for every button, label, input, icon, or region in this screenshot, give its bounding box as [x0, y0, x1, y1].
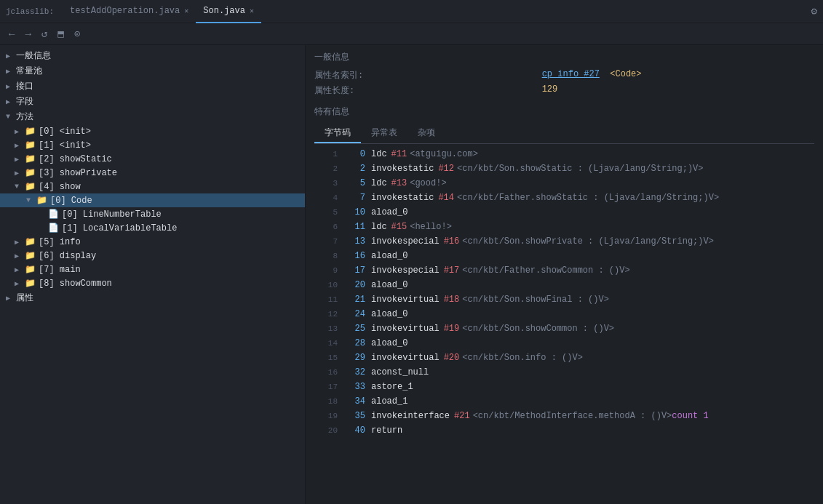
arrow-icon: ▶ — [15, 238, 22, 247]
arrow-icon: ▶ — [15, 252, 22, 260]
sidebar-item-localvariabletable[interactable]: 📄 [1] LocalVariableTable — [0, 221, 305, 235]
cp-ref[interactable]: #16 — [444, 235, 460, 248]
tab-son[interactable]: Son.java ✕ — [196, 0, 261, 23]
arrow-icon: ▶ — [15, 127, 22, 136]
table-row: 510aload_0 — [314, 205, 814, 220]
sidebar-item-code[interactable]: ▼ 📁 [0] Code — [0, 193, 305, 207]
cp-ref[interactable]: #19 — [444, 322, 460, 335]
forward-button[interactable]: → — [22, 27, 33, 41]
cp-ref[interactable]: #11 — [391, 148, 407, 161]
close-tab-active-icon[interactable]: ✕ — [250, 7, 254, 15]
back-button[interactable]: ← — [6, 27, 17, 41]
folder-icon: 📁 — [25, 278, 36, 289]
tab-misc[interactable]: 杂项 — [407, 124, 445, 143]
arrow-icon: ▶ — [15, 265, 22, 274]
cp-ref[interactable]: #13 — [391, 177, 407, 190]
arrow-icon: ▶ — [6, 52, 13, 60]
table-row: 1733astore_1 — [314, 380, 814, 394]
section1-title: 一般信息 — [314, 51, 814, 63]
sidebar-item-fields[interactable]: ▶ 字段 — [0, 94, 305, 109]
settings-icon[interactable]: ⚙ — [811, 5, 817, 17]
cp-info-link[interactable]: cp_info #27 — [542, 69, 600, 79]
sidebar-item-methods[interactable]: ▼ 方法 — [0, 109, 305, 124]
op-name: invokespecial — [371, 264, 440, 277]
table-row: 1121invokevirtual#18<cn/kbt/Son.showFina… — [314, 292, 814, 307]
line-offset: 16 — [343, 249, 365, 263]
line-number: 11 — [317, 293, 338, 306]
arrow-icon: ▶ — [6, 294, 13, 303]
sidebar-item-showCommon[interactable]: ▶ 📁 [8] showCommon — [0, 276, 305, 290]
arrow-icon: ▶ — [15, 169, 22, 177]
op-count: count 1 — [672, 409, 708, 423]
op-name: aload_0 — [371, 337, 407, 350]
line-number: 12 — [317, 308, 338, 321]
cp-ref[interactable]: #12 — [438, 162, 454, 175]
line-number: 16 — [317, 366, 338, 379]
op-name: invokeinterface — [371, 409, 450, 423]
sidebar-item-method-0-init[interactable]: ▶ 📁 [0] <init> — [0, 124, 305, 138]
cp-ref[interactable]: #17 — [444, 264, 460, 277]
cp-ref[interactable]: #14 — [438, 191, 454, 204]
line-number: 1 — [317, 148, 338, 161]
refresh-button[interactable]: ↺ — [39, 26, 50, 41]
table-row: 1632aconst_null — [314, 365, 814, 380]
op-name: aconst_null — [371, 366, 429, 379]
sidebar-item-show[interactable]: ▼ 📁 [4] show — [0, 180, 305, 193]
sidebar-item-showPrivate[interactable]: ▶ 📁 [3] showPrivate — [0, 166, 305, 180]
arrow-icon: ▶ — [15, 141, 22, 150]
close-tab-icon[interactable]: ✕ — [184, 7, 188, 15]
table-row: 22invokestatic#12<cn/kbt/Son.showStatic … — [314, 161, 814, 176]
line-number: 5 — [317, 206, 338, 219]
line-offset: 33 — [343, 380, 365, 393]
sidebar-item-general[interactable]: ▶ 一般信息 — [0, 48, 305, 63]
sidebar-item-info[interactable]: ▶ 📁 [5] info — [0, 235, 305, 249]
folder-icon: 📁 — [25, 264, 36, 275]
folder-icon: 📁 — [25, 153, 36, 164]
sidebar-item-linenumbertable[interactable]: 📄 [0] LineNumberTable — [0, 207, 305, 221]
sidebar-item-method-1-init[interactable]: ▶ 📁 [1] <init> — [0, 138, 305, 152]
cp-ref[interactable]: #18 — [444, 293, 460, 306]
browse-button[interactable]: ⊙ — [71, 26, 83, 41]
op-name: ldc — [371, 220, 387, 233]
table-row: 35ldc#13<good!> — [314, 176, 814, 191]
folder-icon: 📁 — [25, 250, 36, 261]
line-number: 18 — [317, 395, 338, 408]
line-number: 3 — [317, 177, 338, 190]
sidebar-item-constants[interactable]: ▶ 常量池 — [0, 63, 305, 79]
sidebar-item-attributes[interactable]: ▶ 属性 — [0, 290, 305, 305]
code-tabs: 字节码 异常表 杂项 — [314, 124, 814, 144]
op-name: invokevirtual — [371, 293, 440, 306]
arrow-icon: ▶ — [6, 97, 13, 106]
op-name: return — [371, 424, 402, 437]
tab-bytecode[interactable]: 字节码 — [314, 124, 361, 143]
cp-ref[interactable]: #21 — [454, 409, 470, 423]
sidebar-item-display[interactable]: ▶ 📁 [6] display — [0, 249, 305, 263]
right-panel: 一般信息 属性名索引: cp_info #27 <Code> 属性长度: 129… — [306, 45, 823, 504]
op-comment: <cn/kbt/Son.showCommon : ()V> — [462, 322, 614, 335]
sidebar-item-interface[interactable]: ▶ 接口 — [0, 79, 305, 94]
op-name: ldc — [371, 148, 387, 161]
op-comment: <hello!> — [410, 220, 452, 233]
table-row: 1529invokevirtual#20<cn/kbt/Son.info : (… — [314, 351, 814, 365]
line-number: 15 — [317, 351, 338, 364]
attr-name-label: 属性名索引: — [314, 69, 536, 81]
op-name: aload_1 — [371, 395, 407, 408]
table-row: 611ldc#15<hello!> — [314, 220, 814, 234]
app-title: jclasslib: — [6, 7, 54, 16]
main-content: ▶ 一般信息 ▶ 常量池 ▶ 接口 ▶ 字段 ▼ 方法 ▶ 📁 [0] <ini… — [0, 45, 823, 504]
line-offset: 0 — [343, 148, 365, 161]
tab-exceptions[interactable]: 异常表 — [361, 124, 407, 143]
op-comment: <cn/kbt/Son.showPrivate : (Ljava/lang/St… — [462, 235, 714, 248]
sidebar-item-showStatic[interactable]: ▶ 📁 [2] showStatic — [0, 152, 305, 166]
table-row: 713invokespecial#16<cn/kbt/Son.showPriva… — [314, 234, 814, 249]
save-button[interactable]: ⬒ — [55, 26, 66, 41]
doc-icon: 📄 — [48, 209, 59, 220]
tab-testAddOperation[interactable]: testAddOperation.java ✕ — [63, 0, 196, 23]
line-number: 17 — [317, 380, 338, 393]
cp-ref[interactable]: #20 — [444, 351, 460, 364]
op-name: ldc — [371, 177, 387, 190]
sidebar-item-main[interactable]: ▶ 📁 [7] main — [0, 263, 305, 276]
cp-ref[interactable]: #15 — [391, 220, 407, 233]
line-offset: 13 — [343, 235, 365, 248]
line-offset: 20 — [343, 279, 365, 292]
